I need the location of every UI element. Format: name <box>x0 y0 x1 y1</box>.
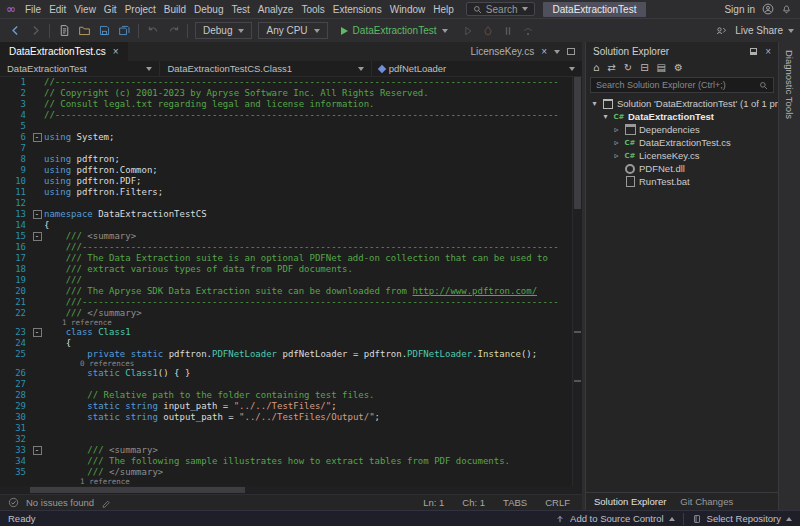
tree-item-solution-dataextractiontest-1-of-1-project[interactable]: ▾Solution 'DataExtractionTest' (1 of 1 p… <box>586 97 778 110</box>
tree-item-pdfnet-dll[interactable]: PDFNet.dll <box>586 162 778 175</box>
menu-item-git[interactable]: Git <box>100 4 121 15</box>
save-all-icon[interactable] <box>115 22 133 40</box>
code-text: using pdftron; <box>44 154 120 165</box>
expanded-chevron-icon[interactable]: ▾ <box>590 99 599 108</box>
line-number: 2 <box>0 88 30 99</box>
collapse-region-icon[interactable]: - <box>33 210 42 219</box>
active-files-chevron-icon[interactable] <box>554 50 560 54</box>
tab-dataextractiontest-cs[interactable]: DataExtractionTest.cs × <box>0 42 128 61</box>
horizontal-scrollbar[interactable] <box>0 486 582 494</box>
tab-diagnostic-tools[interactable]: Diagnostic Tools <box>784 42 795 119</box>
expanded-chevron-icon[interactable]: ▾ <box>601 112 610 121</box>
menu-item-edit[interactable]: Edit <box>45 4 70 15</box>
line-ending-indicator[interactable]: CRLF <box>545 497 570 508</box>
start-debugging-button[interactable]: DataExtractionTest <box>334 22 455 40</box>
menu-item-analyze[interactable]: Analyze <box>254 4 298 15</box>
codelens-reference-link[interactable]: 1 reference <box>44 477 130 486</box>
fold-column <box>30 154 44 165</box>
collapse-region-icon[interactable]: - <box>33 232 42 241</box>
menu-item-help[interactable]: Help <box>429 4 458 15</box>
window-options-icon[interactable] <box>567 48 575 55</box>
code-text: { <box>44 338 71 349</box>
new-file-icon[interactable] <box>55 22 73 40</box>
type-dropdown[interactable]: DataExtractionTestCS.Class1 <box>160 61 371 76</box>
project-dropdown[interactable]: DataExtractionTest <box>0 61 160 76</box>
tree-item-runtest-bat[interactable]: RunTest.bat <box>586 175 778 188</box>
menu-item-window[interactable]: Window <box>386 4 430 15</box>
select-repository-button[interactable]: Select Repository <box>692 513 792 524</box>
close-icon[interactable]: × <box>541 47 547 57</box>
start-without-debugging-icon[interactable] <box>459 22 477 40</box>
codelens-reference-link[interactable]: 0 references <box>44 359 134 368</box>
collapsed-chevron-icon[interactable]: ▹ <box>612 125 621 134</box>
account-person-icon[interactable] <box>762 3 774 15</box>
save-icon[interactable] <box>95 22 113 40</box>
solution-configurations-dropdown[interactable]: Debug <box>195 22 252 39</box>
close-icon[interactable]: × <box>765 46 771 57</box>
code-text: /// The Apryse SDK Data Extraction suite… <box>44 286 537 297</box>
undo-icon[interactable] <box>144 22 162 40</box>
menu-item-file[interactable]: File <box>21 4 45 15</box>
column-indicator[interactable]: Ch: 1 <box>462 497 485 508</box>
add-to-source-control-button[interactable]: Add to Source Control <box>555 513 674 524</box>
hot-reload-icon[interactable] <box>479 22 497 40</box>
code-text: //--------------------------------------… <box>44 110 559 121</box>
tree-item-dependencies[interactable]: ▹Dependencies <box>586 123 778 136</box>
vertical-scrollbar[interactable] <box>572 77 582 486</box>
collapse-region-icon[interactable]: - <box>33 133 42 142</box>
scrollbar-thumb[interactable] <box>574 77 581 209</box>
chevron-up-icon <box>786 517 792 521</box>
code-line: 8using pdftron; <box>0 154 582 165</box>
notifications-bell-icon[interactable] <box>781 4 792 15</box>
menu-item-project[interactable]: Project <box>121 4 160 15</box>
code-editor[interactable]: 1//-------------------------------------… <box>0 77 582 486</box>
redo-icon[interactable] <box>164 22 182 40</box>
member-dropdown[interactable]: pdfNetLoader <box>372 61 582 76</box>
sync-with-active-document-icon[interactable]: ↻ <box>624 63 632 73</box>
home-icon[interactable]: ⌂ <box>593 63 599 73</box>
solution-platforms-dropdown[interactable]: Any CPU <box>258 22 327 39</box>
break-all-icon[interactable] <box>499 22 517 40</box>
menu-item-view[interactable]: View <box>70 4 100 15</box>
collapse-region-icon[interactable]: - <box>33 446 42 455</box>
scrollbar-thumb[interactable] <box>30 487 245 493</box>
collapse-all-icon[interactable]: ⊟ <box>640 63 648 73</box>
menu-item-debug[interactable]: Debug <box>190 4 227 15</box>
indent-mode-indicator[interactable]: TABS <box>503 497 527 508</box>
menu-item-build[interactable]: Build <box>160 4 190 15</box>
menu-item-test[interactable]: Test <box>227 4 253 15</box>
codelens-reference-link[interactable]: 1 reference <box>44 318 112 327</box>
line-indicator[interactable]: Ln: 1 <box>423 497 444 508</box>
select-repository-label: Select Repository <box>707 513 781 524</box>
tab-licensekey-cs[interactable]: LicenseKey.cs <box>470 46 534 57</box>
solution-explorer-search[interactable]: Search Solution Explorer (Ctrl+;) <box>590 77 774 93</box>
menu-item-extensions[interactable]: Extensions <box>329 4 386 15</box>
code-text: // Copyright (c) 2001-2023 by Apryse Sof… <box>44 88 429 99</box>
close-icon[interactable]: × <box>113 47 119 57</box>
switch-views-icon[interactable]: ⇄ <box>607 63 615 73</box>
live-share-button[interactable]: Live Share <box>735 25 783 36</box>
open-file-icon[interactable] <box>75 22 93 40</box>
navigate-forward-icon[interactable] <box>26 22 44 40</box>
show-all-files-icon[interactable]: ▤ <box>657 63 666 73</box>
tree-item-dataextractiontest[interactable]: ▾C#DataExtractionTest <box>586 110 778 123</box>
collapsed-chevron-icon[interactable]: ▹ <box>612 138 621 147</box>
pin-icon[interactable] <box>750 48 757 55</box>
step-over-icon[interactable] <box>519 22 537 40</box>
sign-in-button[interactable]: Sign in <box>724 4 755 15</box>
health-check-icon[interactable] <box>8 497 19 508</box>
tree-item-licensekey-cs[interactable]: ▹C#LicenseKey.cs <box>586 149 778 162</box>
search-box[interactable]: Search <box>466 2 535 16</box>
tree-item-dataextractiontest-cs[interactable]: ▹C#DataExtractionTest.cs <box>586 136 778 149</box>
collapsed-chevron-icon[interactable]: ▹ <box>612 151 621 160</box>
collapse-region-icon[interactable]: - <box>33 328 42 337</box>
tab-git-changes[interactable]: Git Changes <box>680 496 733 507</box>
issues-label[interactable]: No issues found <box>26 497 94 508</box>
tab-solution-explorer[interactable]: Solution Explorer <box>594 496 666 507</box>
menu-item-tools[interactable]: Tools <box>297 4 328 15</box>
navigate-back-icon[interactable] <box>6 22 24 40</box>
fold-column <box>30 412 44 423</box>
properties-icon[interactable]: ⚙ <box>674 63 683 73</box>
chevron-down-icon <box>358 67 364 71</box>
breadcrumb-member-label: pdfNetLoader <box>389 63 447 74</box>
